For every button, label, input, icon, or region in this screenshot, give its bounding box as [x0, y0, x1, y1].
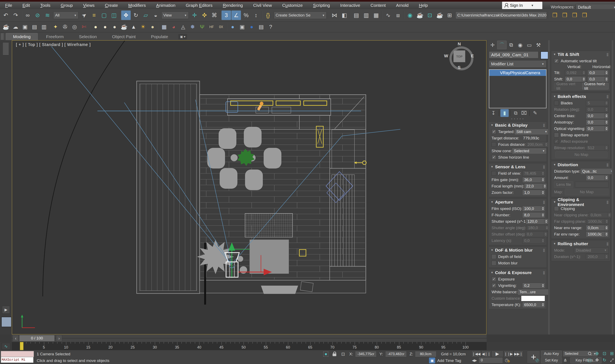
x-coordinate-field[interactable]: -345,775cr: [355, 351, 377, 357]
rollout-header-basic-display[interactable]: ▼Basic & Display⣿: [489, 122, 547, 129]
select-and-scale-icon[interactable]: ▱: [141, 11, 150, 20]
rollout-header-color-exposure[interactable]: ▼Color & Exposure⣿: [489, 269, 547, 276]
open-containers-icon[interactable]: ▦: [371, 11, 381, 20]
menu-help[interactable]: Help: [414, 2, 433, 9]
previous-frame-button[interactable]: ◀❘❘: [481, 351, 491, 357]
distortion-type-dropdown[interactable]: Qua...tic▼: [580, 168, 615, 174]
zoom-factor-spinner[interactable]: 1,0: [522, 190, 545, 195]
bitmap-aperture-checkbox[interactable]: [554, 133, 559, 137]
vray-scissors-icon[interactable]: ✄: [80, 23, 89, 31]
create-tab[interactable]: ✛: [488, 41, 497, 49]
rollout-drag-icon[interactable]: ⣿: [607, 242, 609, 246]
blades-spinner-spinner-arrows[interactable]: [604, 100, 608, 106]
film-speed-iso-spinner-spinner-arrows[interactable]: [541, 206, 545, 211]
shutter-speed-s-1-spinner[interactable]: 120,0: [526, 219, 548, 224]
show-cone-dropdown[interactable]: Selected▼: [512, 148, 547, 154]
zoom-extents-icon[interactable]: ⊡: [601, 351, 608, 356]
rollout-drag-icon[interactable]: ⣿: [543, 271, 545, 274]
near-clipping-plane-spinner[interactable]: 0,0cm: [589, 212, 612, 218]
utilities-tab[interactable]: ⚒: [534, 41, 543, 49]
collapse-icon[interactable]: ▼: [553, 200, 556, 204]
reference-coordinate-dropdown[interactable]: View▼: [162, 12, 189, 19]
optical-vignetting-spinner[interactable]: 0,0: [586, 126, 609, 131]
collapse-icon[interactable]: ▼: [553, 163, 556, 166]
named-selection-dropdown[interactable]: Create Selection Se▼: [274, 12, 327, 19]
menu-tools[interactable]: Tools: [35, 2, 55, 9]
film-speed-iso-spinner[interactable]: 100,0: [522, 206, 545, 212]
rollout-drag-icon[interactable]: ⣿: [607, 163, 609, 167]
vray-sphere-tan-icon[interactable]: ●: [148, 23, 157, 31]
lens-file-button[interactable]: Lens file: [554, 181, 573, 188]
tilt-horizontal-spinner-spinner-arrows[interactable]: [604, 70, 608, 76]
vray-light-icon[interactable]: ✦: [51, 23, 60, 31]
automatic-vertical-tilt-checkbox[interactable]: ✓: [554, 59, 559, 63]
viewport-label[interactable]: [ + ] [ Top ] [ Standard ] [ Wireframe ]: [16, 42, 91, 47]
vray-snow-icon[interactable]: ❅: [188, 23, 197, 31]
panel-divider[interactable]: • • • • •: [487, 118, 548, 120]
select-and-move-icon[interactable]: ✥: [121, 11, 131, 20]
sign-in-button[interactable]: Sign In ▼: [502, 2, 542, 9]
go-to-start-button[interactable]: ❘◀◀: [472, 351, 481, 357]
rollout-header-bokeh-effects[interactable]: ▼Bokeh effects⣿: [551, 93, 610, 100]
rollout-drag-icon[interactable]: ⣿: [543, 200, 545, 204]
object-color-swatch[interactable]: [540, 51, 548, 59]
named-selection-sets-icon[interactable]: {}: [263, 11, 273, 20]
tilt-vertical-spinner-spinner-arrows[interactable]: [582, 70, 586, 76]
mini-curve-editor-button[interactable]: ∿: [2, 343, 10, 350]
track-bar-ruler[interactable]: 0510152025303540455055606570758085909510…: [12, 342, 487, 350]
viewport-top[interactable]: [ + ] [ Top ] [ Standard ] [ Wireframe ]…: [12, 40, 487, 335]
temperature-k-spinner-spinner-arrows[interactable]: [541, 302, 545, 308]
shutter-offset-deg-spinner[interactable]: 0,0: [525, 231, 548, 237]
select-and-place-icon[interactable]: ◒: [151, 11, 160, 20]
vray-material-egg-icon[interactable]: ●: [101, 23, 110, 31]
shutter-speed-s-1-spinner-spinner-arrows[interactable]: [544, 219, 548, 224]
collapse-icon[interactable]: ▼: [553, 95, 556, 98]
menu-scripting[interactable]: Scripting: [308, 2, 335, 9]
clipping-checkbox[interactable]: [554, 206, 559, 211]
tilt-horizontal-spinner[interactable]: 0,0: [588, 70, 609, 76]
rollout-header-aperture[interactable]: ▼Aperture⣿: [489, 199, 547, 205]
set-keys-button[interactable]: +⚿: [527, 351, 540, 363]
add-time-tag[interactable]: Add Time Tag: [437, 358, 461, 363]
current-frame-field[interactable]: 0: [478, 357, 503, 363]
vray-clipboard-icon[interactable]: ▤: [257, 23, 266, 31]
ribbon-tab-freeform[interactable]: Freeform: [39, 33, 71, 40]
collapse-icon[interactable]: ▼: [491, 271, 493, 274]
tilt-vertical-spinner[interactable]: 0,092: [565, 70, 586, 76]
align-icon[interactable]: ◧: [340, 11, 349, 20]
isolate-selection-icon[interactable]: [322, 351, 329, 357]
view-cube[interactable]: TOP N S W E: [446, 43, 473, 69]
vray-dome-icon[interactable]: ◎: [70, 23, 79, 31]
next-frame-button[interactable]: ❘❘▶: [504, 351, 513, 357]
vignetting-spinner[interactable]: 0,2: [522, 283, 545, 288]
time-slider-handle[interactable]: 0 / 100: [19, 335, 55, 341]
temperature-k-spinner[interactable]: 6500,0: [522, 302, 545, 308]
select-object-icon[interactable]: ➤: [78, 9, 91, 22]
vray-settings-icon[interactable]: ▥: [40, 23, 49, 31]
vray-frame-buffer-icon[interactable]: ▣: [20, 23, 29, 31]
configure-modifier-sets-icon[interactable]: ✎: [531, 109, 539, 117]
stack-item-vrayphysicalcamera[interactable]: VRayPhysicalCamera: [489, 70, 546, 76]
rollout-header-dof-motion-blur[interactable]: ▼DoF & Motion blur⣿: [489, 247, 547, 253]
targeted-dropdown[interactable]: Still cam▼: [514, 129, 549, 135]
focus-distance-checkbox[interactable]: [492, 142, 496, 147]
rotation-deg-spinner[interactable]: 0,0: [586, 107, 609, 112]
toggle-scene-explorer-icon[interactable]: ▤: [352, 11, 361, 20]
guess-vert-tilt-button[interactable]: Guess vert tilt: [554, 83, 581, 90]
vray-asset-editor-icon[interactable]: ▤: [30, 23, 39, 31]
set-key-button[interactable]: Set Key: [541, 357, 562, 363]
show-end-result-icon[interactable]: ▮: [500, 109, 509, 117]
near-env-range-spinner[interactable]: 0,0cm: [586, 225, 609, 231]
zoom-region-icon[interactable]: ▢: [586, 357, 593, 363]
menu-rendering[interactable]: Rendering: [218, 2, 248, 9]
vray-hair-fur-icon[interactable]: HF: [207, 23, 216, 31]
vray-render-teapot-icon[interactable]: ☕: [1, 23, 11, 31]
near-env-range-spinner-spinner-arrows[interactable]: [604, 225, 608, 231]
far-clipping-plane-spinner-spinner-arrows[interactable]: [605, 219, 609, 224]
folder-eye-icon[interactable]: ❒: [550, 11, 560, 20]
material-editor-icon[interactable]: ◉: [405, 11, 415, 20]
focus-distance-spinner-spinner-arrows[interactable]: [544, 142, 548, 147]
rollout-drag-icon[interactable]: ⣿: [543, 124, 545, 127]
rotation-deg-spinner-spinner-arrows[interactable]: [604, 107, 608, 112]
vignetting-spinner-spinner-arrows[interactable]: [541, 283, 545, 288]
